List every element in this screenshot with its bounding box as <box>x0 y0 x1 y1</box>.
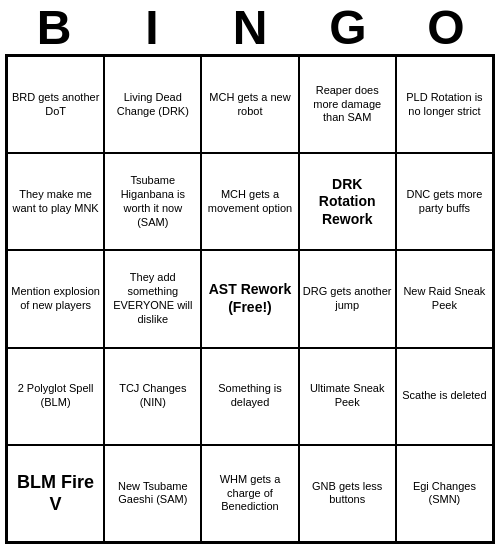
bingo-cell-13[interactable]: DRG gets another jump <box>299 250 396 347</box>
bingo-cell-4[interactable]: PLD Rotation is no longer strict <box>396 56 493 153</box>
bingo-grid: BRD gets another DoTLiving Dead Change (… <box>5 54 495 544</box>
bingo-cell-16[interactable]: TCJ Changes (NIN) <box>104 348 201 445</box>
bingo-cell-5[interactable]: They make me want to play MNK <box>7 153 104 250</box>
bingo-cell-23[interactable]: GNB gets less buttons <box>299 445 396 542</box>
bingo-cell-15[interactable]: 2 Polyglot Spell (BLM) <box>7 348 104 445</box>
bingo-cell-11[interactable]: They add something EVERYONE will dislike <box>104 250 201 347</box>
bingo-cell-17[interactable]: Something is delayed <box>201 348 298 445</box>
bingo-cell-21[interactable]: New Tsubame Gaeshi (SAM) <box>104 445 201 542</box>
bingo-cell-6[interactable]: Tsubame Higanbana is worth it now (SAM) <box>104 153 201 250</box>
title-i: I <box>117 4 187 52</box>
bingo-cell-14[interactable]: New Raid Sneak Peek <box>396 250 493 347</box>
bingo-cell-24[interactable]: Egi Changes (SMN) <box>396 445 493 542</box>
bingo-cell-2[interactable]: MCH gets a new robot <box>201 56 298 153</box>
bingo-title: B I N G O <box>5 0 495 54</box>
bingo-cell-22[interactable]: WHM gets a charge of Benediction <box>201 445 298 542</box>
bingo-cell-7[interactable]: MCH gets a movement option <box>201 153 298 250</box>
bingo-cell-12[interactable]: AST Rework (Free!) <box>201 250 298 347</box>
bingo-cell-18[interactable]: Ultimate Sneak Peek <box>299 348 396 445</box>
bingo-cell-0[interactable]: BRD gets another DoT <box>7 56 104 153</box>
bingo-cell-8[interactable]: DRK Rotation Rework <box>299 153 396 250</box>
bingo-cell-19[interactable]: Scathe is deleted <box>396 348 493 445</box>
bingo-cell-3[interactable]: Reaper does more damage than SAM <box>299 56 396 153</box>
title-g: G <box>313 4 383 52</box>
bingo-cell-10[interactable]: Mention explosion of new players <box>7 250 104 347</box>
title-n: N <box>215 4 285 52</box>
bingo-cell-20[interactable]: BLM Fire V <box>7 445 104 542</box>
bingo-cell-9[interactable]: DNC gets more party buffs <box>396 153 493 250</box>
bingo-cell-1[interactable]: Living Dead Change (DRK) <box>104 56 201 153</box>
title-b: B <box>19 4 89 52</box>
title-o: O <box>411 4 481 52</box>
